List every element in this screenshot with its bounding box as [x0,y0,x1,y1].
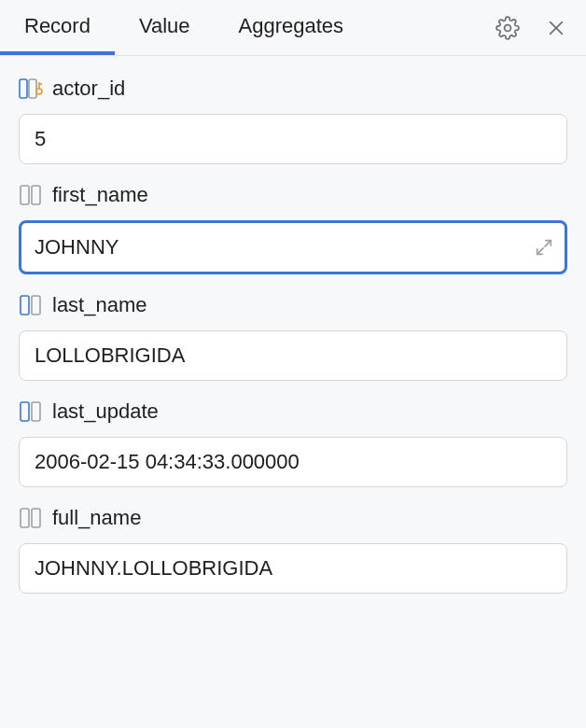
tab-record[interactable]: Record [0,0,115,55]
input-wrap [19,543,567,594]
svg-line-11 [537,248,543,254]
field-last-update: last_update [19,399,567,487]
field-label: last_update [19,399,567,424]
last-name-input[interactable] [19,330,567,381]
input-wrap [19,220,567,274]
svg-rect-15 [32,402,40,421]
svg-point-5 [36,89,42,94]
svg-line-10 [545,241,551,246]
field-label: actor_id [19,77,567,101]
indexed-column-icon [19,295,43,315]
svg-rect-16 [21,509,29,527]
input-wrap [19,330,567,381]
svg-rect-4 [29,79,36,98]
tab-value[interactable]: Value [115,0,215,55]
svg-point-0 [505,24,511,31]
field-label: last_name [19,293,567,317]
column-icon [19,508,43,528]
svg-rect-12 [21,296,29,315]
field-label: first_name [19,183,567,207]
record-content: actor_id first_name [0,56,586,631]
input-wrap [19,114,567,164]
field-label: full_name [19,506,567,530]
field-name: last_name [52,293,147,317]
tabs: Record Value Aggregates [0,0,368,55]
svg-rect-8 [21,186,29,204]
svg-rect-17 [32,509,40,527]
gear-icon[interactable] [495,15,521,41]
svg-rect-13 [32,296,40,315]
toolbar-icons [495,15,569,41]
field-first-name: first_name [19,183,567,274]
tab-aggregates[interactable]: Aggregates [215,0,369,55]
svg-rect-14 [21,402,29,421]
field-full-name: full_name [19,506,567,594]
field-name: first_name [52,183,148,207]
last-update-input[interactable] [19,437,567,487]
expand-icon[interactable] [534,237,554,258]
indexed-column-icon [19,401,43,422]
tabbar: Record Value Aggregates [0,0,586,56]
key-column-icon [19,78,43,99]
field-name: full_name [52,506,141,530]
svg-rect-9 [32,186,40,204]
field-name: last_update [52,399,159,424]
first-name-input[interactable] [19,220,567,274]
close-icon[interactable] [543,15,569,41]
actor-id-input[interactable] [19,114,567,164]
field-actor-id: actor_id [19,77,567,164]
field-name: actor_id [52,77,125,101]
full-name-input[interactable] [19,543,567,594]
field-last-name: last_name [19,293,567,381]
column-icon [19,185,43,205]
svg-rect-3 [20,79,27,98]
input-wrap [19,437,567,487]
